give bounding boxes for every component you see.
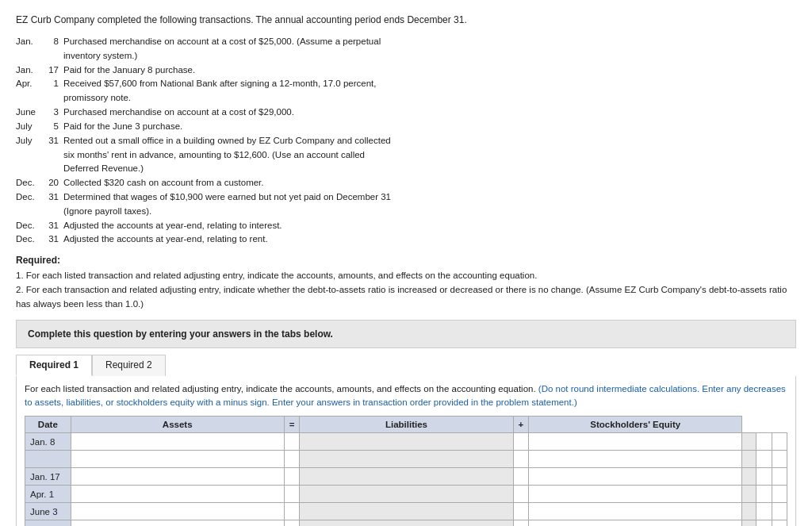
assets-input-cell[interactable]: [71, 503, 284, 520]
equity-input[interactable]: [776, 490, 783, 499]
equity-input[interactable]: [776, 472, 783, 482]
liabilities-input[interactable]: [532, 472, 738, 482]
liabilities-input[interactable]: [532, 507, 738, 516]
equity-input-cell[interactable]: [772, 520, 787, 526]
equity-input-cell[interactable]: [772, 486, 787, 503]
liabilities-input-cell[interactable]: [513, 468, 529, 486]
equity-input-cell[interactable]: [772, 451, 787, 468]
tx-month: June: [16, 106, 48, 120]
intro-paragraph: EZ Curb Company completed the following …: [16, 13, 796, 27]
equity-input-cell[interactable]: [756, 486, 772, 503]
tab-required2[interactable]: Required 2: [92, 355, 166, 376]
header-liabilities: Liabilities: [300, 417, 513, 433]
question-box-text: Complete this question by entering your …: [28, 328, 333, 340]
equity-input-cell[interactable]: [772, 468, 787, 486]
assets-input[interactable]: [75, 472, 281, 482]
header-equity: Stockholders' Equity: [529, 417, 742, 433]
assets-input[interactable]: [75, 455, 281, 464]
tx-month: Dec.: [16, 219, 48, 233]
equity-input-cell[interactable]: [756, 468, 772, 486]
tx-text: Paid for the January 8 purchase.: [63, 63, 394, 78]
equity-input-cell[interactable]: [772, 503, 787, 520]
assets-input-cell[interactable]: [71, 433, 284, 451]
tx-text-cont: six months' rent in advance, amounting t…: [63, 148, 394, 163]
assets-input[interactable]: [75, 437, 281, 447]
equity-input-cell[interactable]: [756, 503, 772, 520]
liabilities-input[interactable]: [517, 455, 526, 464]
assets-input[interactable]: [75, 507, 281, 516]
liabilities-input[interactable]: [532, 490, 738, 499]
equity-input[interactable]: [760, 437, 768, 447]
equity-input[interactable]: [776, 507, 783, 516]
tx-text: Adjusted the accounts at year-end, relat…: [63, 232, 394, 247]
table-date-cell: Jan. 8: [25, 433, 71, 451]
equity-input[interactable]: [776, 455, 783, 464]
liabilities-input[interactable]: [517, 437, 526, 447]
plus-separator: [742, 433, 756, 451]
assets-input-cell[interactable]: [71, 451, 284, 468]
tx-text-cont: promissory note.: [63, 91, 394, 106]
instruction-text: For each listed transaction and related …: [25, 382, 787, 410]
liabilities-input-cell[interactable]: [513, 486, 529, 503]
equity-input[interactable]: [776, 437, 783, 447]
liabilities-input-cell[interactable]: [529, 433, 742, 451]
equity-input[interactable]: [760, 507, 768, 516]
liabilities-input-cell[interactable]: [513, 520, 529, 526]
tx-day: 31: [48, 219, 63, 233]
equity-input-cell[interactable]: [756, 433, 772, 451]
assets-input[interactable]: [288, 490, 297, 499]
assets-input-cell[interactable]: [71, 486, 284, 503]
intro-text: EZ Curb Company completed the following …: [16, 14, 467, 25]
liabilities-input-cell[interactable]: [529, 451, 742, 468]
liabilities-input-cell[interactable]: [529, 503, 742, 520]
tx-month: Dec.: [16, 232, 48, 247]
assets-input-cell[interactable]: [284, 451, 300, 468]
assets-input-cell[interactable]: [71, 468, 284, 486]
assets-input-cell[interactable]: [284, 503, 300, 520]
liabilities-input[interactable]: [517, 507, 526, 516]
assets-input[interactable]: [75, 490, 281, 499]
tx-day: 3: [48, 106, 63, 120]
tab-required1[interactable]: Required 1: [16, 355, 92, 376]
tx-day: 1: [48, 77, 63, 91]
tab-content: For each listed transaction and related …: [16, 376, 796, 526]
equity-input-cell[interactable]: [756, 451, 772, 468]
assets-input[interactable]: [288, 472, 297, 482]
assets-input[interactable]: [288, 455, 297, 464]
tx-day: 17: [48, 63, 63, 78]
accounting-table: Date Assets = Liabilities + Stockholders…: [25, 416, 787, 526]
equity-input[interactable]: [760, 490, 768, 499]
plus-separator: [742, 486, 756, 503]
liabilities-input-cell[interactable]: [513, 451, 529, 468]
required-title: Required:: [16, 255, 796, 266]
assets-input-cell[interactable]: [71, 520, 284, 526]
equity-input-cell[interactable]: [756, 520, 772, 526]
equity-input[interactable]: [760, 455, 768, 464]
table-date-cell: [25, 451, 71, 468]
liabilities-input[interactable]: [517, 490, 526, 499]
liabilities-input[interactable]: [517, 472, 526, 482]
equity-input-cell[interactable]: [772, 433, 787, 451]
assets-input[interactable]: [288, 437, 297, 447]
liabilities-input-cell[interactable]: [529, 468, 742, 486]
table-date-cell: Jan. 17: [25, 468, 71, 486]
equity-input[interactable]: [760, 472, 768, 482]
assets-input-cell[interactable]: [284, 468, 300, 486]
assets-input-cell[interactable]: [284, 486, 300, 503]
liabilities-input-cell[interactable]: [529, 486, 742, 503]
tx-text: Received $57,600 from National Bank afte…: [63, 77, 394, 91]
liabilities-input-cell[interactable]: [529, 520, 742, 526]
page: EZ Curb Company completed the following …: [0, 0, 812, 526]
tabs-row: Required 1 Required 2: [16, 355, 796, 376]
tx-text: Adjusted the accounts at year-end, relat…: [63, 219, 394, 233]
tx-month: Apr.: [16, 77, 48, 91]
assets-input[interactable]: [288, 507, 297, 516]
assets-input-cell[interactable]: [284, 520, 300, 526]
liabilities-input-cell[interactable]: [513, 503, 529, 520]
liabilities-input[interactable]: [532, 437, 738, 447]
liabilities-input[interactable]: [532, 455, 738, 464]
assets-input-cell[interactable]: [284, 433, 300, 451]
tx-day: 8: [48, 35, 63, 49]
equals-separator: [300, 433, 513, 451]
liabilities-input-cell[interactable]: [513, 433, 529, 451]
